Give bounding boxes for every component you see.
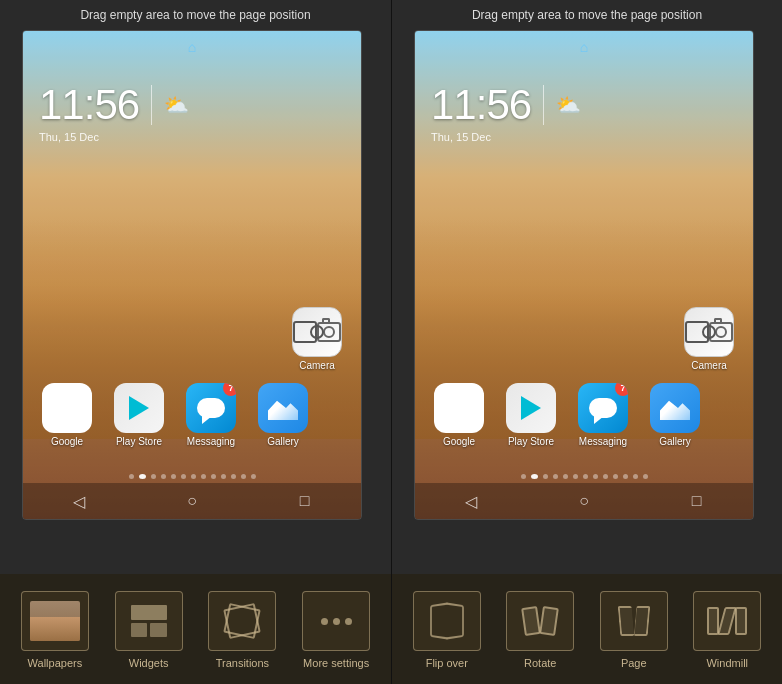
camera-body-left	[317, 322, 341, 342]
widgets-label: Widgets	[129, 657, 169, 669]
playstore-label-left: Play Store	[116, 436, 162, 447]
app-row-camera-right: Camera	[423, 307, 745, 371]
transitions-label: Transitions	[216, 657, 269, 669]
toolbar-page[interactable]: Page	[587, 591, 681, 669]
app-messaging-right[interactable]: 7 Messaging	[571, 383, 635, 447]
transitions-icon	[220, 601, 264, 641]
gallery-label-right: Gallery	[659, 436, 691, 447]
dot-1-left	[139, 474, 146, 479]
toolbar-widgets[interactable]: Widgets	[102, 591, 196, 669]
page-label: Page	[621, 657, 647, 669]
nav-back-left[interactable]: ◁	[64, 486, 94, 516]
weather-widget-left: ⛅	[164, 93, 189, 117]
clock-time-right: 11:56	[431, 81, 531, 129]
camera-body-right	[709, 322, 733, 342]
google-icon-left	[42, 383, 92, 433]
nav-recents-right[interactable]: □	[682, 486, 712, 516]
transitions-icon-box	[208, 591, 276, 651]
wc2	[131, 623, 148, 638]
wind-blade-3	[735, 607, 747, 635]
dot-10-left	[231, 474, 236, 479]
drag-hint-left: Drag empty area to move the page positio…	[0, 8, 391, 22]
dot-6-right	[583, 474, 588, 479]
gallery-shape-right	[660, 396, 690, 420]
gallery-icon-right	[650, 383, 700, 433]
toolbar-wallpapers[interactable]: Wallpapers	[8, 591, 102, 669]
flipover-icon-box	[413, 591, 481, 651]
left-panel: Drag empty area to move the page positio…	[0, 0, 391, 684]
trans-rect-2	[224, 603, 262, 639]
rot-page-2	[539, 606, 559, 636]
nav-bar-left: ◁ ○ □	[23, 483, 361, 519]
wallpapers-label: Wallpapers	[28, 657, 83, 669]
windmill-icon-box	[693, 591, 761, 651]
windmill-icon	[705, 601, 749, 641]
page-dots-right	[415, 474, 753, 479]
rotate-icon-box	[506, 591, 574, 651]
toolbar-left: Wallpapers Widgets Transitions	[0, 574, 391, 684]
rot-page-1	[521, 606, 541, 636]
nav-recents-left[interactable]: □	[290, 486, 320, 516]
app-row-main-left: Google Play Store 7 Messaging	[31, 383, 353, 447]
msg-bubble-right	[589, 398, 617, 418]
app-messaging-left[interactable]: 7 Messaging	[179, 383, 243, 447]
dot-2-left	[151, 474, 156, 479]
toolbar-windmill[interactable]: Windmill	[681, 591, 775, 669]
nav-home-left[interactable]: ○	[177, 486, 207, 516]
app-gallery-left[interactable]: Gallery	[251, 383, 315, 447]
app-google-right[interactable]: Google	[427, 383, 491, 447]
dot-9-left	[221, 474, 226, 479]
app-grid-left: Camera Google	[31, 307, 353, 459]
wc3	[150, 623, 167, 638]
widgets-icon-box	[115, 591, 183, 651]
dot-4-left	[171, 474, 176, 479]
dot-11-left	[241, 474, 246, 479]
toolbar-more-settings[interactable]: More settings	[289, 591, 383, 669]
flipover-icon	[425, 601, 469, 641]
more-settings-label: More settings	[303, 657, 369, 669]
toolbar-rotate[interactable]: Rotate	[494, 591, 588, 669]
nav-back-right[interactable]: ◁	[456, 486, 486, 516]
dot-9-right	[613, 474, 618, 479]
wc1	[131, 605, 167, 620]
nav-bar-right: ◁ ○ □	[415, 483, 753, 519]
wallpapers-icon-box	[21, 591, 89, 651]
clock-date-right: Thu, 15 Dec	[431, 131, 491, 143]
dot-10-right	[623, 474, 628, 479]
wind-blade-2	[717, 607, 737, 635]
more-dot-1	[321, 618, 328, 625]
messaging-badge-right: 7	[615, 383, 628, 396]
app-playstore-right[interactable]: Play Store	[499, 383, 563, 447]
more-dot-2	[333, 618, 340, 625]
app-gallery-right[interactable]: Gallery	[643, 383, 707, 447]
dot-6-left	[191, 474, 196, 479]
camera-icon-right	[684, 307, 734, 357]
toolbar-transitions[interactable]: Transitions	[196, 591, 290, 669]
rotate-icon	[518, 601, 562, 641]
app-camera-right[interactable]: Camera	[677, 307, 741, 371]
flipover-label: Flip over	[426, 657, 468, 669]
rotate-label: Rotate	[524, 657, 556, 669]
dot-8-left	[211, 474, 216, 479]
weather-widget-right: ⛅	[556, 93, 581, 117]
dot-0-left	[129, 474, 134, 479]
app-camera-left[interactable]: Camera	[285, 307, 349, 371]
camera-icon-left	[292, 307, 342, 357]
home-indicator-right: ⌂	[580, 39, 588, 55]
widgets-icon	[127, 601, 171, 641]
wallpapers-icon	[30, 601, 80, 641]
toolbar-flipover[interactable]: Flip over	[400, 591, 494, 669]
app-playstore-left[interactable]: Play Store	[107, 383, 171, 447]
dot-12-left	[251, 474, 256, 479]
clock-widget-left: 11:56 ⛅	[39, 81, 189, 129]
more-dot-3	[345, 618, 352, 625]
app-row-main-right: Google Play Store 7 Messaging	[423, 383, 745, 447]
nav-home-right[interactable]: ○	[569, 486, 599, 516]
windmill-label: Windmill	[706, 657, 748, 669]
app-google-left[interactable]: Google	[35, 383, 99, 447]
camera-lens-left	[323, 326, 335, 338]
more-icon	[321, 618, 352, 625]
weather-icon-right: ⛅	[556, 93, 581, 117]
dot-5-left	[181, 474, 186, 479]
google-icon-right	[434, 383, 484, 433]
